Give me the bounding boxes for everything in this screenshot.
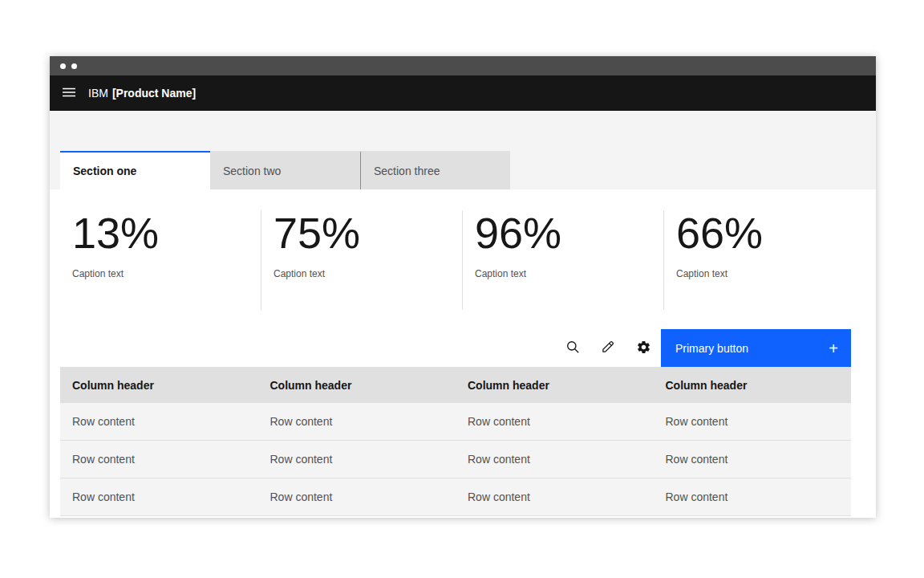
search-icon	[565, 340, 580, 356]
stat-caption: Caption text	[475, 268, 663, 279]
table-row: Row content Row content Row content Row …	[60, 441, 851, 478]
stats-row: 13% Caption text 75% Caption text 96% Ca…	[50, 189, 876, 329]
table-cell: Row content	[258, 441, 456, 478]
tab-section-two[interactable]: Section two	[210, 151, 360, 189]
table-header-row: Column header Column header Column heade…	[60, 367, 851, 403]
hamburger-icon	[61, 84, 77, 103]
window-dot	[71, 63, 77, 69]
tab-section-three[interactable]: Section three	[360, 151, 510, 189]
stat-value: 96%	[475, 210, 663, 256]
table-cell: Row content	[258, 403, 456, 440]
stat-block: 75% Caption text	[261, 210, 463, 310]
stat-value: 66%	[676, 210, 865, 256]
tab-label: Section one	[73, 165, 136, 177]
table-cell: Row content	[258, 478, 456, 515]
table-cell: Row content	[60, 441, 258, 478]
browser-chrome-bar	[50, 56, 876, 75]
brand-product-name: [Product Name]	[112, 87, 196, 100]
stat-value: 75%	[274, 210, 462, 256]
tab-section-one[interactable]: Section one	[60, 151, 210, 189]
column-header: Column header	[654, 367, 852, 403]
column-header: Column header	[456, 367, 654, 403]
stat-value: 13%	[72, 210, 261, 256]
table-row: Row content Row content Row content Row …	[60, 403, 851, 441]
tab-bar: Section one Section two Section three	[60, 151, 876, 189]
primary-button-label: Primary button	[675, 342, 748, 355]
table-cell: Row content	[654, 403, 852, 440]
tab-label: Section two	[223, 165, 281, 177]
tab-panel: 13% Caption text 75% Caption text 96% Ca…	[50, 189, 876, 518]
table-cell: Row content	[654, 441, 852, 478]
data-table: Primary button + Column header Column he…	[60, 329, 851, 516]
table-toolbar: Primary button +	[60, 329, 851, 367]
table-cell: Row content	[456, 441, 654, 478]
app-header: IBM [Product Name]	[50, 75, 876, 111]
table-cell: Row content	[654, 478, 852, 515]
settings-button[interactable]	[626, 329, 661, 367]
edit-icon	[601, 340, 615, 356]
stat-caption: Caption text	[274, 268, 462, 279]
stat-block: 66% Caption text	[664, 210, 865, 310]
menu-button[interactable]	[50, 75, 88, 111]
brand-prefix: IBM	[88, 87, 108, 100]
app-title: IBM [Product Name]	[88, 87, 196, 100]
settings-icon	[636, 340, 651, 357]
table-cell: Row content	[456, 478, 654, 515]
table-cell: Row content	[60, 478, 258, 515]
stat-block: 96% Caption text	[463, 210, 664, 310]
table-cell: Row content	[456, 403, 654, 440]
column-header: Column header	[60, 367, 258, 403]
primary-button[interactable]: Primary button +	[661, 329, 851, 367]
plus-icon: +	[829, 340, 838, 356]
stat-caption: Caption text	[72, 268, 261, 279]
table-cell: Row content	[60, 403, 258, 440]
stat-block: 13% Caption text	[60, 210, 261, 310]
stat-caption: Caption text	[676, 268, 865, 279]
column-header: Column header	[258, 367, 456, 403]
window-dot	[60, 63, 66, 69]
tab-label: Section three	[374, 165, 440, 177]
edit-button[interactable]	[590, 329, 626, 367]
browser-window: IBM [Product Name] Section one Section t…	[50, 56, 876, 518]
page-content: Section one Section two Section three 13…	[50, 111, 876, 518]
search-button[interactable]	[555, 329, 590, 367]
table-row: Row content Row content Row content Row …	[60, 478, 851, 516]
